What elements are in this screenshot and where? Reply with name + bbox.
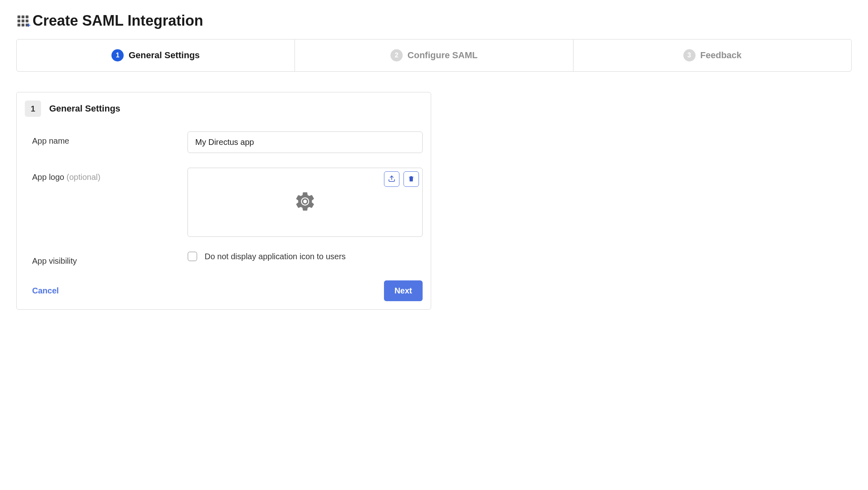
gear-icon <box>294 190 316 214</box>
page-header: + Create SAML Integration <box>16 12 852 29</box>
app-name-input[interactable] <box>188 131 423 153</box>
page-title: Create SAML Integration <box>33 12 203 29</box>
next-button[interactable]: Next <box>384 280 423 301</box>
logo-upload-box <box>188 168 423 237</box>
step-tab-configure-saml[interactable]: 2 Configure SAML <box>295 39 573 71</box>
section-header: 1 General Settings <box>25 101 423 117</box>
app-logo-optional-text: (optional) <box>67 173 100 182</box>
step-label: Feedback <box>700 50 742 61</box>
upload-icon <box>388 175 395 184</box>
app-grid-plus-icon: + <box>16 14 29 27</box>
step-number-badge: 3 <box>683 49 696 61</box>
visibility-checkbox-label: Do not display application icon to users <box>205 252 346 261</box>
step-label: General Settings <box>129 50 200 61</box>
app-name-label: App name <box>25 131 188 146</box>
step-number-badge: 2 <box>390 49 403 61</box>
upload-logo-button[interactable] <box>384 171 399 187</box>
form-row-app-logo: App logo (optional) <box>25 168 423 237</box>
form-row-app-name: App name <box>25 131 423 153</box>
step-number-badge: 1 <box>111 49 124 61</box>
wizard-steps: 1 General Settings 2 Configure SAML 3 Fe… <box>16 39 852 72</box>
app-visibility-label: App visibility <box>25 252 188 266</box>
step-tab-general-settings[interactable]: 1 General Settings <box>17 39 295 71</box>
form-card: 1 General Settings App name App logo (op… <box>16 92 431 310</box>
delete-logo-button[interactable] <box>403 171 419 187</box>
section-number-badge: 1 <box>25 101 41 117</box>
step-tab-feedback[interactable]: 3 Feedback <box>574 39 851 71</box>
form-row-app-visibility: App visibility Do not display applicatio… <box>25 252 423 266</box>
trash-icon <box>408 175 415 184</box>
step-label: Configure SAML <box>408 50 478 61</box>
app-logo-label: App logo (optional) <box>25 168 188 182</box>
form-actions: Cancel Next <box>25 280 423 301</box>
visibility-checkbox[interactable] <box>188 252 197 261</box>
section-title: General Settings <box>49 103 120 114</box>
app-logo-label-text: App logo <box>32 173 64 182</box>
cancel-button[interactable]: Cancel <box>32 286 59 295</box>
